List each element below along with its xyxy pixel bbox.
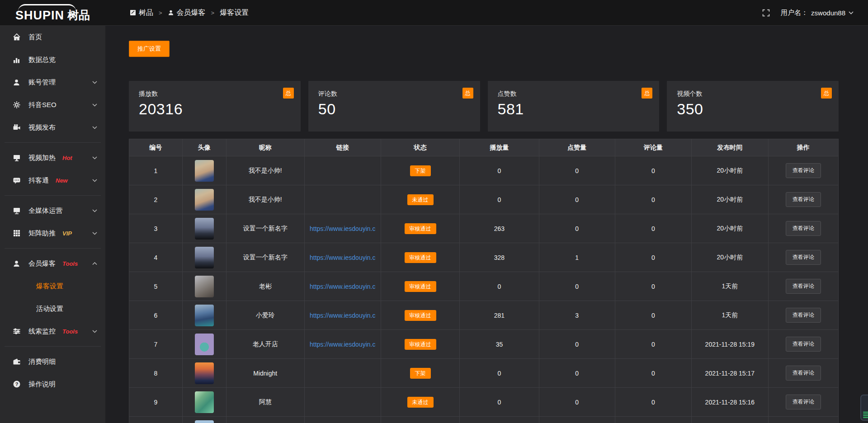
publish-time: 20小时前 xyxy=(717,225,743,232)
view-comments-button[interactable]: 查看评论 xyxy=(786,221,821,236)
row-number: 8 xyxy=(154,370,157,377)
table-row: 6 小爱玲 https://www.iesdouyin.c 审核通过 281 3… xyxy=(129,301,839,330)
chevron-down-icon xyxy=(92,179,97,182)
nickname: 小爱玲 xyxy=(256,311,275,319)
topbar: SHUPIN 树品 树品 > 会员爆客 > 爆客设置 用户名：zswodun88 xyxy=(0,0,868,26)
grid-icon xyxy=(12,230,21,237)
breadcrumb-item-current: 爆客设置 xyxy=(220,8,249,18)
publish-time: 20小时前 xyxy=(717,167,743,174)
publish-time: 2021-11-28 15:17 xyxy=(705,370,755,377)
table-row: 9 阿慧 未通过 0 0 0 2021-11-28 15:16 查看评论 xyxy=(129,388,839,417)
play-count: 0 xyxy=(498,283,501,290)
chevron-down-icon xyxy=(92,81,97,84)
sliders-icon xyxy=(12,327,21,335)
view-comments-button[interactable]: 查看评论 xyxy=(786,395,821,409)
play-count: 281 xyxy=(494,312,505,319)
row-number: 3 xyxy=(154,225,157,232)
sidebar-item-all-media[interactable]: 全媒体运营 xyxy=(0,199,105,222)
table-row: 8 Midnight 下架 0 0 0 2021-11-28 15:17 查看评… xyxy=(129,359,839,388)
sidebar-item-video-publish[interactable]: 视频发布 xyxy=(0,116,105,139)
total-badge: 总 xyxy=(283,88,294,99)
table-header-row: 编号 头像 昵称 链接 状态 播放量 点赞量 评论量 发布时间 操作 xyxy=(129,139,839,156)
view-comments-button[interactable]: 查看评论 xyxy=(786,308,821,323)
sidebar-item-member-baoke[interactable]: 会员爆客 Tools xyxy=(0,252,105,275)
sidebar-subitem-baoke-settings[interactable]: 爆客设置 xyxy=(0,275,105,297)
chevron-down-icon xyxy=(92,126,97,129)
status-badge: 审核通过 xyxy=(405,339,436,350)
video-link[interactable]: https://www.iesdouyin.c xyxy=(310,225,376,232)
row-number: 7 xyxy=(154,341,157,348)
stat-value: 350 xyxy=(677,100,829,118)
publish-time: 1天前 xyxy=(722,311,738,319)
sidebar-divider xyxy=(5,195,101,196)
fullscreen-icon[interactable] xyxy=(762,9,770,17)
logo-arc xyxy=(18,4,76,11)
sidebar-item-video-heat[interactable]: 视频加热 Hot xyxy=(0,146,105,169)
video-link[interactable]: https://www.iesdouyin.c xyxy=(310,283,376,290)
like-count: 0 xyxy=(575,399,579,406)
sidebar-item-home[interactable]: 首页 xyxy=(0,26,105,48)
nickname: 阿慧 xyxy=(259,398,272,405)
vip-badge: VIP xyxy=(62,230,72,237)
sidebar-item-douyin-seo[interactable]: 抖音SEO xyxy=(0,94,105,116)
total-badge: 总 xyxy=(642,88,652,99)
home-icon xyxy=(12,33,21,41)
row-number: 5 xyxy=(154,283,157,290)
breadcrumb-separator: > xyxy=(211,9,215,16)
total-badge: 总 xyxy=(462,88,473,99)
sidebar-item-account-management[interactable]: 账号管理 xyxy=(0,71,105,94)
stat-card-likes: 点赞数 581 总 xyxy=(488,81,660,132)
comment-count: 0 xyxy=(651,370,655,377)
sidebar-item-matrix-boost[interactable]: 矩阵助推 VIP xyxy=(0,222,105,244)
avatar xyxy=(195,247,214,268)
stat-value: 50 xyxy=(318,100,470,118)
video-link[interactable]: https://www.iesdouyin.c xyxy=(310,341,376,348)
publish-time: 1天前 xyxy=(722,282,738,290)
sidebar-subitem-activity-settings[interactable]: 活动设置 xyxy=(0,297,105,320)
sidebar-item-data-overview[interactable]: 数据总览 xyxy=(0,48,105,71)
avatar xyxy=(195,391,214,413)
status-badge: 未通过 xyxy=(407,194,434,205)
status-badge: 下架 xyxy=(410,368,431,379)
view-comments-button[interactable]: 查看评论 xyxy=(786,163,821,178)
floating-widget[interactable] xyxy=(860,395,868,421)
status-badge: 审核通过 xyxy=(405,252,436,263)
play-count: 328 xyxy=(494,254,505,261)
status-badge: 审核通过 xyxy=(405,310,436,321)
sidebar-item-lead-monitor[interactable]: 线索监控 Tools xyxy=(0,320,105,343)
like-count: 3 xyxy=(575,312,579,319)
avatar xyxy=(195,160,214,182)
sidebar-item-douketong[interactable]: 抖客通 New xyxy=(0,169,105,192)
table-row: 1 我不是小帅! 下架 0 0 0 20小时前 查看评论 xyxy=(129,156,839,185)
view-comments-button[interactable]: 查看评论 xyxy=(786,337,821,352)
avatar xyxy=(195,189,214,211)
play-count: 0 xyxy=(498,370,501,377)
chevron-up-icon xyxy=(92,262,97,265)
chevron-down-icon xyxy=(92,103,97,107)
sidebar-item-instructions[interactable]: ? 操作说明 xyxy=(0,373,105,395)
play-count: 0 xyxy=(498,196,501,203)
user-menu[interactable]: 用户名：zswodun88 xyxy=(781,9,854,17)
sidebar-divider xyxy=(5,142,101,143)
row-number: 2 xyxy=(154,196,157,203)
promotion-settings-button[interactable]: 推广设置 xyxy=(129,41,170,57)
breadcrumb-item-home[interactable]: 树品 xyxy=(130,8,153,18)
video-link[interactable]: https://www.iesdouyin.c xyxy=(310,254,376,261)
video-link[interactable]: https://www.iesdouyin.c xyxy=(310,312,376,319)
bar-chart-icon xyxy=(12,56,21,64)
stat-card-comments: 评论数 50 总 xyxy=(308,81,480,132)
app-logo[interactable]: SHUPIN 树品 xyxy=(0,0,105,25)
view-comments-button[interactable]: 查看评论 xyxy=(786,279,821,294)
view-comments-button[interactable]: 查看评论 xyxy=(786,250,821,265)
column-header: 编号 xyxy=(129,139,183,156)
like-count: 0 xyxy=(575,167,579,174)
new-badge: New xyxy=(56,177,68,184)
view-comments-button[interactable]: 查看评论 xyxy=(786,366,821,381)
sidebar-item-consumption-detail[interactable]: 消费明细 xyxy=(0,350,105,373)
like-count: 0 xyxy=(575,283,579,290)
breadcrumb-item-member[interactable]: 会员爆客 xyxy=(168,8,206,18)
like-count: 0 xyxy=(575,341,579,348)
like-count: 0 xyxy=(575,196,579,203)
table-row: 5 老彬 https://www.iesdouyin.c 审核通过 0 0 0 … xyxy=(129,272,839,301)
view-comments-button[interactable]: 查看评论 xyxy=(786,192,821,207)
